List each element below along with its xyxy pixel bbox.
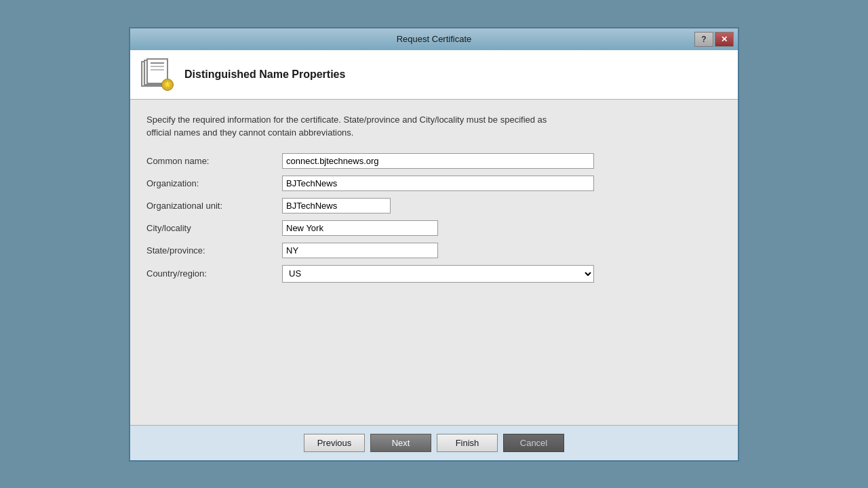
common-name-label: Common name:: [146, 156, 282, 166]
finish-button[interactable]: Finish: [437, 434, 498, 452]
page-title: Distinguished Name Properties: [184, 68, 345, 81]
cancel-button[interactable]: Cancel: [503, 434, 564, 452]
organization-input[interactable]: [282, 176, 594, 191]
seal-icon: ⭐: [161, 79, 174, 91]
organization-label: Organization:: [146, 178, 282, 188]
organization-row: Organization:: [146, 176, 722, 191]
common-name-row: Common name:: [146, 153, 722, 169]
city-input[interactable]: [282, 220, 438, 236]
title-bar-buttons: ? ✕: [694, 32, 734, 47]
header-section: ⭐ Distinguished Name Properties: [130, 50, 738, 100]
main-content: Specify the required information for the…: [130, 100, 738, 425]
country-select[interactable]: US UK CA AU DE FR JP CN: [282, 265, 594, 283]
help-button[interactable]: ?: [694, 32, 713, 47]
org-unit-input[interactable]: [282, 198, 391, 214]
org-unit-row: Organizational unit:: [146, 198, 722, 214]
dialog-window: Request Certificate ? ✕ ⭐ Distinguished …: [129, 27, 739, 462]
dialog-title: Request Certificate: [174, 34, 694, 44]
form: Common name: Organization: Organizationa…: [146, 153, 722, 283]
country-row: Country/region: US UK CA AU DE FR JP CN: [146, 265, 722, 283]
certificate-icon: ⭐: [141, 58, 174, 91]
country-label: Country/region:: [146, 268, 282, 279]
title-bar: Request Certificate ? ✕: [130, 28, 738, 50]
state-row: State/province:: [146, 243, 722, 258]
state-input[interactable]: [282, 243, 438, 258]
common-name-input[interactable]: [282, 153, 594, 169]
city-row: City/locality: [146, 220, 722, 236]
city-label: City/locality: [146, 223, 282, 233]
description-text: Specify the required information for the…: [146, 113, 722, 140]
close-button[interactable]: ✕: [715, 32, 734, 47]
state-label: State/province:: [146, 245, 282, 256]
org-unit-label: Organizational unit:: [146, 201, 282, 211]
footer: Previous Next Finish Cancel: [130, 425, 738, 460]
previous-button[interactable]: Previous: [304, 434, 365, 452]
next-button[interactable]: Next: [370, 434, 431, 452]
